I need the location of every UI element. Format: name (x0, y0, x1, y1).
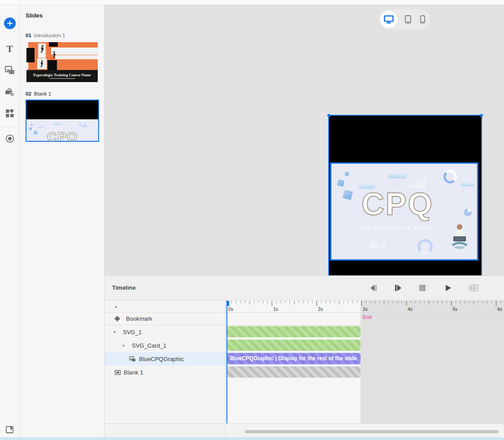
ruler-label: 5s (452, 306, 457, 312)
stop-button[interactable] (417, 283, 427, 293)
track-row-svg1[interactable]: ▾ SVG_1 (104, 325, 225, 339)
slide-name: Introduction 1 (34, 33, 65, 38)
mobile-icon (420, 15, 425, 23)
thumbnail-title: Experologix Training Course Name (26, 73, 98, 77)
plus-icon (4, 17, 16, 29)
stage-slide[interactable]: CPQ CONFIGURE PRICE QUOTE (328, 115, 482, 275)
play-button[interactable] (443, 283, 453, 293)
add-button[interactable] (4, 17, 16, 29)
slide-number: 02 (26, 91, 31, 96)
slide-1-thumbnail[interactable]: Experologix Training Course Name (26, 42, 98, 82)
step-back-icon (369, 284, 377, 292)
slide-name: Blank 1 (34, 91, 51, 96)
image-icon (129, 356, 136, 362)
cloud (461, 183, 475, 187)
playhead-handle[interactable] (226, 301, 229, 306)
ruler-ticks (227, 301, 504, 306)
desktop-preview-button[interactable] (380, 11, 397, 28)
person-with-laptop (450, 223, 469, 249)
tablet-preview-button[interactable] (404, 15, 413, 24)
record-tool-button[interactable] (4, 132, 16, 144)
stage-canvas[interactable]: CPQ CONFIGURE PRICE QUOTE (104, 5, 504, 275)
person-silhouette (39, 60, 45, 68)
play-next-icon (395, 284, 402, 292)
blank1-timeline-bar[interactable] (227, 366, 361, 378)
bluecpqgraphic-timeline-bar[interactable]: BlueCPQGraphic | Display for the rest of… (227, 353, 361, 364)
selection-handle[interactable] (327, 114, 330, 117)
cpq-title: CPQ (331, 188, 464, 220)
blank1-lane (226, 366, 504, 379)
panels-icon (5, 425, 14, 434)
closed-captions-button[interactable]: CC (469, 283, 478, 293)
ruler-label: 6s (497, 306, 502, 312)
text-icon: T (6, 44, 13, 54)
slide-number: 01 (26, 33, 31, 38)
track-label: BlueCPQGraphic (139, 356, 184, 362)
left-toolbar: T (0, 5, 20, 437)
mobile-preview-button[interactable] (418, 15, 427, 24)
track-label: SVG_1 (123, 329, 142, 335)
slide-2-label[interactable]: 02Blank 1 (26, 91, 51, 96)
svg-card1-timeline-bar[interactable] (227, 340, 361, 351)
slide-2-thumbnail-selected[interactable]: CPQ (26, 100, 99, 142)
svg1-lane (226, 325, 504, 339)
interactions-icon (5, 88, 15, 97)
timeline-footer (104, 423, 504, 438)
tablet-icon (405, 15, 411, 23)
text-tool-button[interactable]: T (4, 43, 16, 55)
thumbnail-subtitle-line (49, 78, 75, 79)
play-icon (445, 284, 452, 292)
mini-cpq-title: CPQ (26, 129, 98, 141)
track-label: Blank 1 (124, 369, 143, 376)
horizontal-scrollbar[interactable] (245, 430, 498, 433)
slide-1-label[interactable]: 01Introduction 1 (26, 33, 65, 38)
panels-button[interactable] (4, 423, 16, 436)
progress-ring (443, 170, 457, 183)
ruler-label: 2s (318, 306, 323, 312)
media-tool-button[interactable] (4, 64, 16, 76)
record-icon (5, 134, 14, 143)
person-silhouette (39, 45, 45, 54)
playhead[interactable] (226, 301, 227, 424)
widgets-tool-button[interactable] (4, 107, 16, 119)
divider (0, 32, 19, 32)
cpq-graphic-selected[interactable]: CPQ CONFIGURE PRICE QUOTE (330, 162, 478, 261)
thumbnail-title-band: Experologix Training Course Name (26, 70, 98, 82)
timeline-body: ▸ Bookmark ▾ SVG_1 ▾ SVG_Card_1 Blue (104, 300, 504, 424)
track-row-svg-card1[interactable]: ▾ SVG_Card_1 (104, 339, 225, 352)
interactions-tool-button[interactable] (4, 87, 16, 99)
cc-icon: CC (469, 285, 478, 291)
svg1-timeline-bar[interactable] (227, 326, 361, 337)
thumbnail-black-band (26, 100, 98, 119)
decor-rect (55, 55, 98, 59)
track-row-bluecpqgraphic-selected[interactable]: BlueCPQGraphic (104, 352, 225, 366)
timeline-ruler[interactable]: 0s 1s 2s 3s 4s 5s 6s (226, 301, 504, 313)
cloud (37, 126, 44, 128)
play-next-button[interactable] (393, 283, 403, 293)
track-row-bookmark[interactable]: Bookmark (104, 313, 225, 325)
ruler-label: 0s (228, 306, 233, 312)
stop-icon (419, 285, 426, 291)
track-row-blank1[interactable]: Blank 1 (104, 366, 225, 379)
timeline-expander-row[interactable]: ▸ (104, 301, 225, 313)
timeline-panel: Timeline CC ▸ Bookmark ▾ SVG (104, 275, 504, 438)
chevron-right-icon[interactable]: ▸ (115, 304, 117, 309)
media-icon (5, 66, 15, 75)
decor-rect (48, 60, 57, 70)
selection-handle[interactable] (480, 114, 483, 117)
cloud (388, 174, 407, 179)
track-label: Bookmark (126, 315, 152, 322)
step-back-button[interactable] (368, 283, 378, 293)
timeline-lanes[interactable]: 0s 1s 2s 3s 4s 5s 6s End BlueCPQGraphic … (226, 301, 504, 424)
desktop-icon (384, 15, 394, 24)
pie-chart-decor (464, 209, 472, 216)
svg-card1-lane (226, 339, 504, 352)
cube (31, 124, 33, 126)
cpq-tagline: CONFIGURE PRICE QUOTE (331, 227, 459, 230)
chevron-down-icon[interactable]: ▾ (122, 343, 125, 348)
widgets-icon (5, 109, 14, 118)
ruler-label: 4s (408, 306, 413, 312)
person-silhouette (52, 51, 57, 59)
bluecpqgraphic-lane: BlueCPQGraphic | Display for the rest of… (226, 352, 504, 366)
chevron-down-icon[interactable]: ▾ (113, 330, 116, 335)
